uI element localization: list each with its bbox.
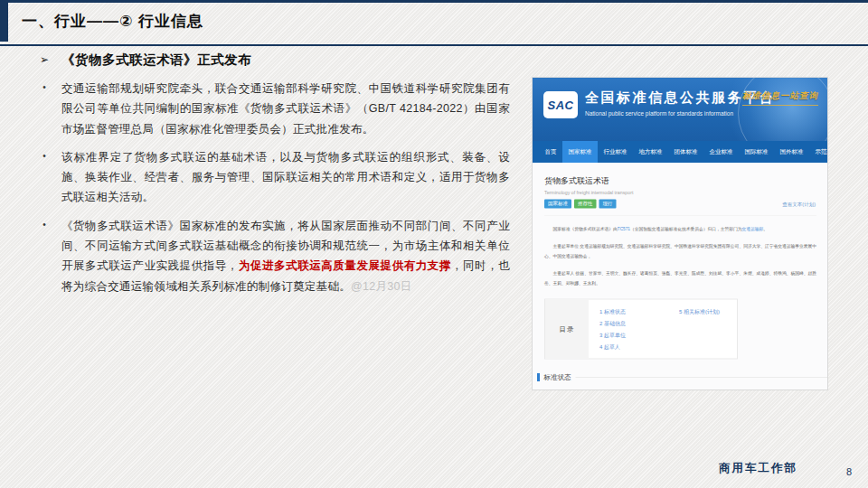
bullet-text: 《货物多式联运术语》国家标准的发布实施，将从国家层面推动不同部门间、不同产业间、… xyxy=(61,216,510,296)
bullet-item: •该标准界定了货物多式联运的基础术语，以及与货物多式联运的组织形式、装备、设施、… xyxy=(27,147,510,208)
text-run: 为促进多式联运高质量发展提供有力支撑 xyxy=(239,259,451,272)
text-run: 主要起草单位 交通运输部规划研究院、交通运输部科学研究院、中国铁道科学研究院集团… xyxy=(544,243,816,258)
text-run: 国家标准《货物多式联运术语》由 xyxy=(553,226,618,231)
globe-graphic xyxy=(725,78,827,141)
standard-badges: 国家标准推荐性现行 xyxy=(544,200,816,209)
toc-link[interactable]: 5 相关标准(计划) xyxy=(679,306,720,318)
nav-item[interactable]: 国家标准 xyxy=(562,141,598,163)
page-title: 一、行业——② 行业信息 xyxy=(22,11,203,32)
toc-column-2: 5 相关标准(计划) xyxy=(679,306,720,318)
section-heading: 《货物多式联运术语》正式发布 xyxy=(61,52,251,69)
toc-link[interactable]: 3 起草单位 xyxy=(599,330,737,342)
body-text-column: ➢ 《货物多式联运术语》正式发布 •交通运输部规划研究院牵头，联合交通运输部科学… xyxy=(27,52,510,305)
section-header-row: 标准状态 xyxy=(537,373,827,382)
text-run: 交通运输部规划研究院牵头，联合交通运输部科学研究院、中国铁道科学研究院集团有限公… xyxy=(61,82,510,136)
nav-item[interactable]: 团体标准 xyxy=(668,141,703,163)
nav-item[interactable]: 行业标准 xyxy=(598,141,633,163)
arrow-bullet-icon: ➢ xyxy=(27,52,61,66)
text-run: @12月30日 xyxy=(351,280,412,293)
sac-logo: SAC xyxy=(543,91,578,118)
bullet-item: •交通运输部规划研究院牵头，联合交通运输部科学研究院、中国铁道科学研究院集团有限… xyxy=(27,79,510,139)
view-text-link[interactable]: 查看文本(计划) xyxy=(782,201,816,208)
site-nav-items: 首页国家标准行业标准地方标准团体标准企业标准国际标准国外标准示范试点技术委员会 xyxy=(533,141,827,163)
section-accent-bar xyxy=(537,373,540,381)
status-badge: 国家标准 xyxy=(544,200,571,209)
toc-label: 目录 xyxy=(545,300,589,359)
dot-bullet-icon: • xyxy=(27,79,61,139)
text-run: （全国智能交通运输标准化技术委员会）归口，主管部门为 xyxy=(630,226,742,231)
standard-paragraph: 主要起草单位 交通运输部规划研究院、交通运输部科学研究院、中国铁道科学研究院集团… xyxy=(544,241,816,261)
toc-box: 目录 1 标准状态2 基础信息3 起草单位4 起草人 5 相关标准(计划) xyxy=(544,299,738,360)
standard-title-en: Terminology of freight intermodal transp… xyxy=(544,190,816,195)
standard-paragraph: 国家标准《货物多式联运术语》由TC571（全国智能交通运输标准化技术委员会）归口… xyxy=(544,224,816,234)
toc-body: 1 标准状态2 基础信息3 起草单位4 起草人 5 相关标准(计划) xyxy=(589,300,737,359)
title-underline xyxy=(0,44,868,46)
inline-link[interactable]: 交通运输部 xyxy=(742,226,764,231)
site-content: 货物多式联运术语 Terminology of freight intermod… xyxy=(533,163,827,390)
standard-paragraphs: 国家标准《货物多式联运术语》由TC571（全国智能交通运输标准化技术委员会）归口… xyxy=(544,224,816,288)
footer-department: 商用车工作部 xyxy=(719,461,797,476)
bullet-list: •交通运输部规划研究院牵头，联合交通运输部科学研究院、中国铁道科学研究院集团有限… xyxy=(27,79,510,296)
divider xyxy=(544,215,816,216)
status-badge: 现行 xyxy=(599,200,617,209)
title-accent-bar xyxy=(0,3,8,42)
toc-link[interactable]: 2 基础信息 xyxy=(599,318,737,330)
toc-link[interactable]: 4 起草人 xyxy=(599,342,737,353)
section-header-label: 标准状态 xyxy=(544,373,571,382)
status-badge: 推荐性 xyxy=(574,200,597,209)
section-header-line xyxy=(576,377,828,378)
page-number: 8 xyxy=(846,466,852,477)
bullet-text: 交通运输部规划研究院牵头，联合交通运输部科学研究院、中国铁道科学研究院集团有限公… xyxy=(61,79,510,139)
nav-item[interactable]: 示范试点 xyxy=(809,141,827,163)
top-accent-strip xyxy=(0,0,868,3)
nav-item[interactable]: 国外标准 xyxy=(774,141,809,163)
site-slogan: 标准信息一站查询 xyxy=(742,90,818,106)
text-run: 。 xyxy=(763,226,768,231)
standard-paragraph: 主要起草人 徐丽、甘家华、王明文、魏长存、诸葛恒英、张磊、李光亚、陈成臣、刘佳斌… xyxy=(544,268,816,288)
bullet-text: 该标准界定了货物多式联运的基础术语，以及与货物多式联运的组织形式、装备、设施、换… xyxy=(61,147,510,208)
dot-bullet-icon: • xyxy=(27,147,61,208)
dot-bullet-icon: • xyxy=(27,216,61,296)
nav-item[interactable]: 首页 xyxy=(539,141,562,163)
inline-link[interactable]: TC571 xyxy=(618,226,630,231)
site-header: SAC 全国标准信息公共服务平台 National public service… xyxy=(533,78,827,141)
slide: 一、行业——② 行业信息 ➢ 《货物多式联运术语》正式发布 •交通运输部规划研究… xyxy=(0,0,868,488)
nav-item[interactable]: 国际标准 xyxy=(739,141,774,163)
standard-title: 货物多式联运术语 xyxy=(544,175,816,186)
text-run: 该标准界定了货物多式联运的基础术语，以及与货物多式联运的组织形式、装备、设施、换… xyxy=(61,151,510,204)
nav-item[interactable]: 地方标准 xyxy=(633,141,668,163)
section-heading-row: ➢ 《货物多式联运术语》正式发布 xyxy=(27,52,510,69)
site-nav: 首页国家标准行业标准地方标准团体标准企业标准国际标准国外标准示范试点技术委员会 xyxy=(533,141,827,163)
text-run: 主要起草人 徐丽、甘家华、王明文、魏长存、诸葛恒英、张磊、李光亚、陈成臣、刘佳斌… xyxy=(544,270,816,286)
nav-item[interactable]: 企业标准 xyxy=(703,141,739,163)
bullet-item: •《货物多式联运术语》国家标准的发布实施，将从国家层面推动不同部门间、不同产业间… xyxy=(27,216,510,296)
website-screenshot: SAC 全国标准信息公共服务平台 National public service… xyxy=(532,77,828,390)
site-subtitle: National public service platform for sta… xyxy=(585,110,733,117)
sac-logo-text: SAC xyxy=(548,99,574,112)
